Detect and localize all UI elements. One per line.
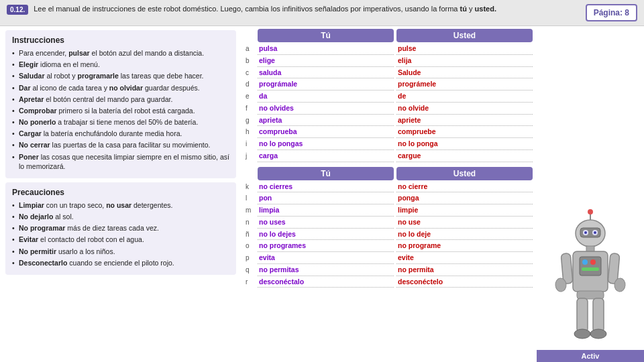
row-letter: b <box>246 57 258 64</box>
row-usted: no permita <box>396 265 533 276</box>
row-usted: no olvide <box>396 103 533 115</box>
table-row: ñ no lo dejes no lo deje <box>246 229 533 241</box>
top-headers: Tú Usted <box>246 29 533 42</box>
list-item: Dar al icono de cada tarea y no olvidar … <box>12 83 229 93</box>
list-item: No programar más de diez tareas cada vez… <box>12 223 229 233</box>
row-tu: aprieta <box>258 115 394 127</box>
usted-header-bottom: Usted <box>396 167 533 180</box>
svg-point-12 <box>590 259 596 265</box>
list-item: No cerrar las puertas de la casa para fa… <box>12 140 229 149</box>
row-letter: n <box>246 219 258 226</box>
svg-rect-13 <box>582 267 599 271</box>
list-item: No ponerlo a trabajar si tiene menos del… <box>12 117 229 127</box>
row-letter: q <box>246 266 258 274</box>
row-letter: f <box>246 105 258 112</box>
row-letter: g <box>246 117 258 124</box>
list-item: Cargar la batería enchufándolo durante m… <box>12 129 229 138</box>
activ-bar: Activ <box>537 350 644 362</box>
row-letter: r <box>246 278 258 286</box>
top-bar: 0.12. Lee el manual de instrucciones de … <box>0 0 644 26</box>
table-row: k no cierres no cierre <box>246 182 533 193</box>
list-item: Comprobar primero si la batería del robo… <box>12 106 229 115</box>
row-usted: Salude <box>396 68 533 79</box>
row-letter: l <box>246 194 258 202</box>
precauciones-list: Limpiar con un trapo seco, no usar deter… <box>12 200 229 267</box>
row-letter: k <box>246 183 258 190</box>
row-tu: no lo dejes <box>258 229 394 241</box>
row-usted: cargue <box>396 151 533 162</box>
pagina-badge: Página: 8 <box>586 4 637 21</box>
row-letter: e <box>246 93 258 100</box>
robot-area: Activ <box>537 26 644 362</box>
precauciones-box: Precauciones Limpiar con un trapo seco, … <box>5 182 236 275</box>
row-usted: evite <box>396 253 533 264</box>
main-content: Instrucciones Para encender, pulsar el b… <box>0 26 644 362</box>
table-row: n no uses no use <box>246 217 533 229</box>
svg-rect-10 <box>580 257 601 276</box>
list-item: Para encender, pulsar el botón azul del … <box>12 48 229 58</box>
row-usted: no lo deje <box>396 229 533 241</box>
row-letter: c <box>246 69 258 76</box>
list-item: No permitir usarlo a los niños. <box>12 247 229 256</box>
row-tu: no lo pongas <box>258 139 394 150</box>
row-letter: ñ <box>246 231 258 238</box>
svg-rect-18 <box>577 291 604 299</box>
row-usted: no cierre <box>396 182 533 193</box>
list-item: Limpiar con un trapo seco, no usar deter… <box>12 200 229 210</box>
row-usted: limpie <box>396 205 533 217</box>
row-tu: pon <box>258 193 394 204</box>
bottom-headers: Tú Usted <box>246 167 533 180</box>
tu-header-top: Tú <box>258 29 394 42</box>
row-letter: m <box>246 206 258 214</box>
row-letter: i <box>246 140 258 147</box>
list-item: Evitar el contacto del robot con el agua… <box>12 235 229 244</box>
exercise-number: 0.12. <box>7 5 28 15</box>
row-letter: d <box>246 80 258 88</box>
table-row: q no permitas no permita <box>246 265 533 276</box>
table-row: i no lo pongas no lo ponga <box>246 139 533 150</box>
row-usted: ponga <box>396 193 533 204</box>
right-column: Tú Usted a pulsa pulse b elige elija c s… <box>241 26 644 362</box>
list-item: Poner las cosas que necesita limpiar sie… <box>12 152 229 171</box>
svg-point-11 <box>582 259 588 265</box>
instrucciones-box: Instrucciones Para encender, pulsar el b… <box>5 30 236 178</box>
table-row: a pulsa pulse <box>246 44 533 55</box>
top-table-section: Tú Usted a pulsa pulse b elige elija c s… <box>246 29 533 163</box>
instruction-text: Lee el manual de instrucciones de este r… <box>34 4 580 14</box>
table-row: d prográmale prográmele <box>246 79 533 90</box>
table-row: f no olvides no olvide <box>246 103 533 115</box>
row-usted: no use <box>396 217 533 229</box>
list-item: Desconectarlo cuando se enciende el pilo… <box>12 258 229 267</box>
row-tu: elige <box>258 56 394 67</box>
row-usted: de <box>396 91 533 103</box>
row-tu: saluda <box>258 68 394 79</box>
list-item: Elegir idioma en el menú. <box>12 60 229 69</box>
row-tu: no olvides <box>258 103 394 115</box>
table-row: c saluda Salude <box>246 68 533 79</box>
row-usted: pulse <box>396 44 533 55</box>
row-tu: no uses <box>258 217 394 229</box>
list-item: No dejarlo al sol. <box>12 212 229 221</box>
row-letter: h <box>246 128 258 135</box>
table-row: g aprieta apriete <box>246 115 533 127</box>
table-row: p evita evite <box>246 253 533 264</box>
row-tu: no programes <box>258 241 394 252</box>
row-usted: compruebe <box>396 127 533 138</box>
row-tu: evita <box>258 253 394 264</box>
table-row: b elige elija <box>246 56 533 67</box>
table-row: e da de <box>246 91 533 103</box>
svg-point-4 <box>584 231 587 234</box>
table-area: Tú Usted a pulsa pulse b elige elija c s… <box>241 26 537 362</box>
row-tu: no permitas <box>258 265 394 276</box>
list-item: Saludar al robot y programarle las tarea… <box>12 71 229 80</box>
row-usted: no programe <box>396 241 533 252</box>
bottom-table-section: Tú Usted k no cierres no cierre l pon po… <box>246 167 533 289</box>
table-row: h comprueba compruebe <box>246 127 533 138</box>
row-letter: o <box>246 242 258 249</box>
robot-image <box>543 208 637 355</box>
svg-point-5 <box>594 231 596 234</box>
table-row: j carga cargue <box>246 151 533 162</box>
precauciones-title: Precauciones <box>12 188 229 197</box>
row-tu: no cierres <box>258 182 394 193</box>
list-item: Apretar el botón central del mando para … <box>12 95 229 104</box>
